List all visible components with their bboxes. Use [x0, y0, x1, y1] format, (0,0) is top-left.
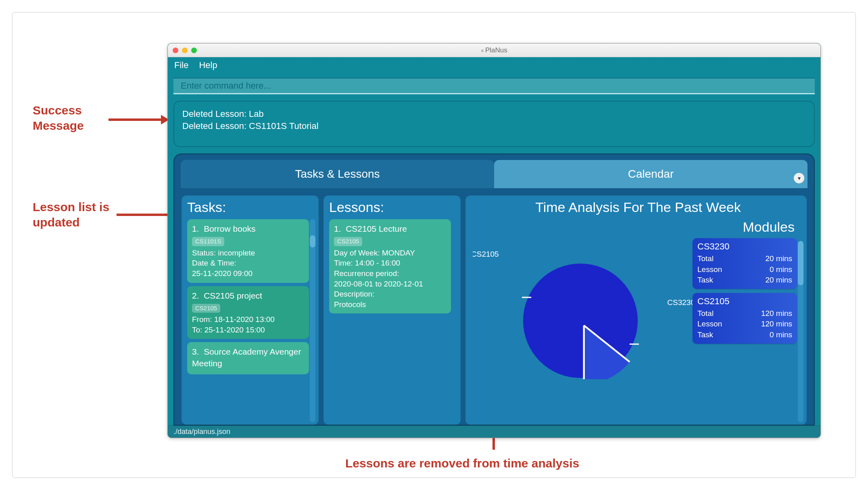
tasks-scroll[interactable]: 1. Borrow books CS1101S Status: incomple…	[187, 219, 316, 422]
traffic-lights	[173, 48, 197, 53]
label: Task	[697, 330, 713, 341]
app-body: File Help Deleted Lesson: Lab Deleted Le…	[168, 57, 820, 438]
app-window: PlaNus File Help Deleted Lesson: Lab Del…	[167, 43, 821, 438]
scrollbar-thumb[interactable]	[798, 241, 803, 285]
module-chip: CS1101S	[192, 237, 224, 246]
modules-heading: Modules	[693, 219, 797, 235]
module-card[interactable]: CS2105 Total120 mins Lesson120 mins Task…	[693, 293, 797, 344]
tabs-row: Tasks & Lessons Calendar ▾	[174, 154, 814, 188]
page-frame: Success Message Lesson list is updated L…	[12, 12, 856, 478]
tab-tasks-lessons[interactable]: Tasks & Lessons	[181, 160, 494, 188]
message-box: Deleted Lesson: Lab Deleted Lesson: CS11…	[173, 101, 815, 147]
task-card[interactable]: 3. Source Academy Avenger Meeting	[187, 342, 309, 374]
task-idx: 1.	[192, 224, 199, 233]
value: 2020-08-01 to 2020-12-01	[334, 279, 446, 289]
maximize-icon[interactable]	[191, 48, 197, 53]
label: Task	[697, 275, 713, 286]
status-path: ./data/planus.json	[173, 428, 230, 436]
lessons-scroll[interactable]: 1. CS2105 Lecture CS2105 Day of Week: MO…	[329, 219, 458, 422]
label: Lesson	[697, 264, 722, 275]
tasks-heading: Tasks:	[187, 199, 316, 215]
command-wrap	[168, 73, 820, 94]
value: Protocols	[334, 299, 446, 310]
chevron-down-icon[interactable]: ▾	[794, 173, 804, 183]
value: 0 mins	[770, 264, 792, 275]
pie-label-b: CS3230	[667, 298, 695, 307]
minimize-icon[interactable]	[182, 48, 188, 53]
analysis-title: Time Analysis For The Past Week	[473, 199, 803, 215]
label: To:	[192, 326, 202, 334]
label: Status:	[192, 249, 216, 257]
lesson-title: CS2105 Lecture	[346, 224, 407, 233]
value: 0 mins	[770, 330, 792, 341]
value: incomplete	[218, 249, 255, 257]
analysis-column: Time Analysis For The Past Week CS2105 C…	[465, 195, 807, 425]
tasks-column: Tasks: 1. Borrow books CS1101S Status: i…	[182, 195, 319, 425]
value: 20 mins	[765, 275, 792, 286]
value: 20 mins	[765, 253, 792, 264]
scrollbar-track	[310, 219, 315, 422]
arrow-line	[108, 118, 161, 121]
main-panel: Tasks & Lessons Calendar ▾ Tasks: 1.	[173, 154, 815, 426]
task-idx: 2.	[192, 291, 199, 300]
window-title: PlaNus	[481, 46, 507, 54]
module-chip: CS2105	[334, 237, 362, 246]
label: Time:	[334, 259, 353, 267]
module-name: CS2105	[697, 296, 792, 307]
label: Date & Time:	[192, 258, 304, 268]
lesson-idx: 1.	[334, 224, 341, 233]
task-title: Borrow books	[204, 224, 255, 233]
task-card[interactable]: 1. Borrow books CS1101S Status: incomple…	[187, 219, 309, 283]
value: MONDAY	[382, 249, 415, 257]
label: Lesson	[697, 319, 722, 330]
tab-calendar[interactable]: Calendar	[494, 160, 807, 188]
anno-lesson-updated: Lesson list is updated	[33, 199, 109, 230]
value: 120 mins	[761, 319, 792, 330]
module-chip: CS2105	[192, 304, 220, 313]
menu-file[interactable]: File	[174, 60, 188, 71]
value: 14:00 - 16:00	[355, 259, 400, 267]
label: Description:	[334, 289, 446, 299]
value: 120 mins	[761, 308, 792, 319]
module-card[interactable]: CS3230 Total20 mins Lesson0 mins Task20 …	[693, 238, 797, 289]
command-input[interactable]	[173, 77, 815, 94]
statusbar: ./data/planus.json	[168, 426, 820, 438]
value: 25-11-2020 09:00	[192, 268, 304, 279]
task-idx: 3.	[192, 347, 199, 356]
task-title: Source Academy Avenger Meeting	[192, 347, 301, 368]
pie-chart: CS2105 CS3230	[473, 219, 688, 422]
value: 25-11-2020 15:00	[204, 326, 265, 334]
lesson-card[interactable]: 1. CS2105 Lecture CS2105 Day of Week: MO…	[329, 219, 451, 314]
pie-label-a: CS2105	[473, 250, 499, 259]
value: 18-11-2020 13:00	[214, 315, 275, 324]
label: Recurrence period:	[334, 268, 446, 279]
lessons-heading: Lessons:	[329, 199, 458, 215]
close-icon[interactable]	[173, 48, 178, 53]
analysis-body: CS2105 CS3230	[473, 219, 803, 422]
lessons-column: Lessons: 1. CS2105 Lecture CS2105 Day of…	[323, 195, 461, 425]
task-card[interactable]: 2. CS2105 project CS2105 From: 18-11-202…	[187, 286, 309, 339]
modules-column: Modules CS3230 Total20 mins Lesson0 mins…	[693, 219, 803, 422]
anno-removed: Lessons are removed from time analysis	[345, 456, 579, 471]
menubar: File Help	[168, 57, 820, 73]
message-line: Deleted Lesson: CS1101S Tutorial	[182, 120, 806, 132]
pie-svg	[522, 262, 639, 379]
task-title: CS2105 project	[204, 291, 262, 300]
content-row: Tasks: 1. Borrow books CS1101S Status: i…	[174, 188, 814, 425]
anno-success: Success Message	[33, 103, 84, 133]
titlebar[interactable]: PlaNus	[168, 44, 820, 57]
message-line: Deleted Lesson: Lab	[182, 108, 806, 120]
label: Total	[697, 308, 714, 319]
module-name: CS3230	[697, 241, 792, 252]
label: From:	[192, 315, 212, 324]
menu-help[interactable]: Help	[199, 60, 217, 71]
scrollbar-thumb[interactable]	[310, 235, 315, 247]
label: Day of Week:	[334, 249, 380, 257]
label: Total	[697, 253, 714, 264]
